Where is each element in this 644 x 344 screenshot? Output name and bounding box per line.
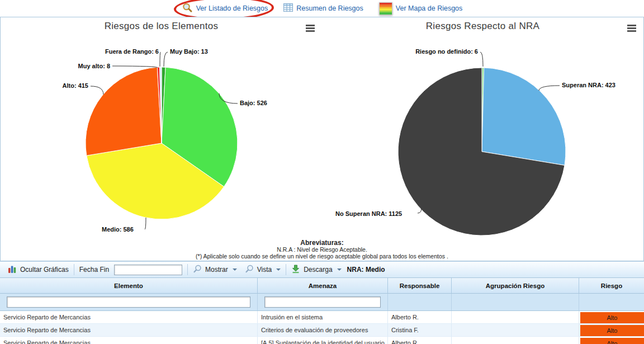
cell-responsable: Cristina F. (388, 324, 452, 336)
top-link-label: Ver Listado de Riesgos (196, 4, 268, 12)
risk-level-badge: Alto (580, 325, 644, 336)
pie-label-connector (539, 86, 560, 91)
cell-agrupacion (452, 324, 579, 336)
cell-amenaza: Criterios de evaluación de proveedores (258, 324, 388, 336)
vista-label: Vista (257, 266, 272, 274)
mostrar-button[interactable]: Mostrar (193, 265, 237, 275)
table-header-row: Elemento Amenaza Responsable Agrupación … (0, 278, 644, 294)
filter-cell-agrupacion (452, 294, 579, 310)
cell-elemento: Servicio Reparto de Mercancias (0, 324, 258, 336)
pie-slice[interactable] (482, 68, 566, 166)
elemento-filter-input[interactable] (7, 296, 250, 308)
pie-label: Fuera de Rango: 6 (105, 48, 159, 55)
pie-label: Muy alto: 8 (78, 63, 110, 69)
risk-level-badge: Alto (580, 338, 644, 344)
toolbar-separator (74, 264, 74, 275)
bar-chart-icon (8, 265, 17, 275)
descarga-label: Descarga (304, 266, 332, 274)
search-icon (193, 265, 202, 275)
table-row[interactable]: Servicio Reparto de MercanciasCriterios … (0, 324, 644, 337)
pie-label: Riesgo no definido: 6 (415, 48, 478, 55)
descarga-button[interactable]: Descarga (291, 265, 341, 275)
pie-slice[interactable] (86, 67, 162, 155)
chevron-down-icon (276, 268, 281, 271)
table-icon (283, 3, 293, 13)
search-icon (245, 265, 254, 275)
filter-cell-riesgo (579, 294, 644, 310)
hide-charts-label: Ocultar Gráficas (20, 266, 69, 274)
cell-agrupacion (452, 337, 579, 344)
table-body: Servicio Reparto de MercanciasIntrusión … (0, 311, 644, 344)
link-ver-listado-de-riesgos[interactable]: Ver Listado de Riesgos (182, 2, 268, 15)
link-resumen-de-riesgos[interactable]: Resumen de Riesgos (283, 3, 363, 13)
cell-amenaza: Intrusión en el sistema (258, 311, 388, 323)
cell-riesgo: Alto (579, 324, 644, 336)
column-header-riesgo[interactable]: Riesgo (579, 278, 644, 293)
pie-label: Medio: 586 (102, 226, 134, 233)
fecha-fin-input[interactable] (114, 265, 182, 275)
pie-label: Superan NRA: 423 (562, 82, 615, 88)
pie-label-connector (91, 86, 103, 95)
chevron-down-icon (233, 268, 237, 271)
filter-cell-responsable (388, 294, 452, 310)
column-header-elemento[interactable]: Elemento (0, 278, 258, 293)
pie-label-connector (112, 66, 158, 68)
table-toolbar: Ocultar Gráficas Fecha Fin Mostrar Vista (0, 261, 644, 278)
cell-elemento: Servicio Reparto de Mercancias (0, 311, 258, 323)
cell-responsable: Alberto R. (388, 311, 452, 323)
top-link-label: Ver Mapa de Riesgos (396, 4, 463, 12)
top-link-label: Resumen de Riesgos (296, 4, 363, 12)
fecha-fin-label: Fecha Fin (79, 266, 109, 274)
nra-value: NRA: Medio (347, 266, 385, 274)
filter-cell-amenaza (258, 294, 388, 310)
vista-button[interactable]: Vista (245, 265, 281, 275)
cell-riesgo: Alto (579, 311, 644, 323)
pie-chart-riesgos-nra: Riesgos Respecto al NRA Riesgo no defini… (322, 17, 643, 261)
pie-label-connector (164, 52, 168, 67)
cell-elemento: Servicio Reparto de Mercancias (0, 337, 258, 344)
download-icon (291, 265, 300, 275)
pie-label: Muy Bajo: 13 (170, 48, 208, 55)
risk-level-badge: Alto (580, 312, 644, 323)
abbreviations-line: (*) Aplicable solo cuando se define un n… (1, 253, 643, 260)
pie-label-connector (145, 218, 146, 229)
cell-responsable: Alberto R. (388, 337, 452, 344)
risk-map-icon (379, 2, 392, 15)
abbreviations: Abreviaturas: N.R.A : Nivel de Riesgo Ac… (1, 239, 643, 260)
abbreviations-heading: Abreviaturas: (1, 239, 643, 247)
magnifier-icon (182, 2, 193, 15)
table-filter-row (0, 294, 644, 311)
pie-label-connector (480, 52, 483, 67)
pie-label: No Superan NRA: 1125 (335, 210, 402, 217)
column-header-agrupacion-riesgo[interactable]: Agrupación Riesgo (452, 278, 579, 293)
abbreviations-line: N.R.A : Nivel de Riesgo Aceptable. (1, 247, 643, 253)
hide-charts-button[interactable]: Ocultar Gráficas (8, 265, 69, 275)
pie-label-connector (160, 52, 160, 67)
cell-amenaza: [A.5] Suplantación de la identidad del u… (258, 337, 388, 344)
charts-panel: Riesgos de los Elementos Muy Bajo: 13Baj… (0, 17, 644, 261)
filter-cell-elemento (0, 294, 258, 310)
toolbar-separator (286, 264, 286, 275)
top-links-bar: Ver Listado de Riesgos Resumen de Riesgo… (0, 0, 644, 17)
link-ver-mapa-de-riesgos[interactable]: Ver Mapa de Riesgos (379, 2, 463, 15)
pie-label: Bajo: 526 (240, 100, 267, 106)
column-header-amenaza[interactable]: Amenaza (258, 278, 388, 293)
table-row[interactable]: Servicio Reparto de Mercancias[A.5] Supl… (0, 337, 644, 344)
pie-chart-riesgos-elementos: Riesgos de los Elementos Muy Bajo: 13Baj… (1, 17, 322, 261)
toolbar-separator (187, 264, 188, 275)
pie-plot (1, 17, 322, 261)
mostrar-label: Mostrar (205, 266, 228, 274)
pie-plot (322, 17, 643, 261)
cell-riesgo: Alto (579, 337, 644, 344)
amenaza-filter-input[interactable] (264, 296, 381, 308)
table-row[interactable]: Servicio Reparto de MercanciasIntrusión … (0, 311, 644, 324)
column-header-responsable[interactable]: Responsable (388, 278, 452, 293)
chevron-down-icon (337, 268, 342, 271)
pie-label: Alto: 415 (63, 82, 88, 89)
cell-agrupacion (452, 311, 579, 323)
